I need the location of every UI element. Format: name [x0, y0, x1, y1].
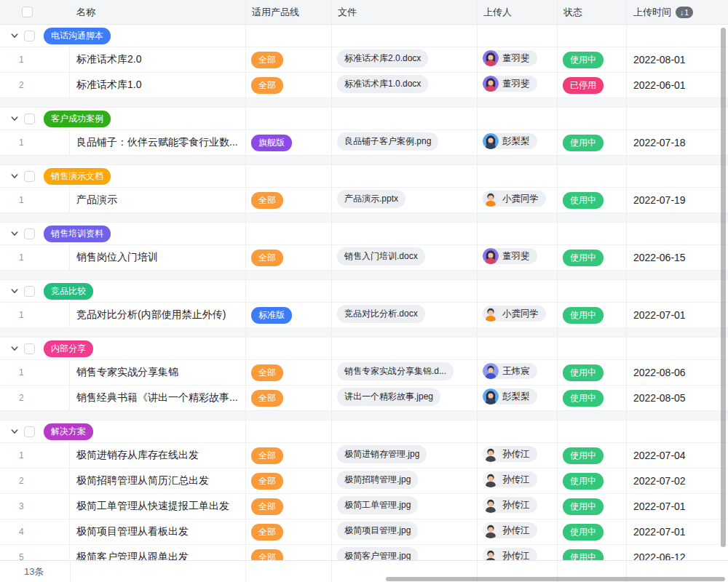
- upload-time-cell[interactable]: 2022-08-01: [626, 54, 728, 65]
- file-attachment[interactable]: 销售入门培训.docx: [337, 247, 425, 266]
- upload-time-cell[interactable]: 2022-07-02: [626, 475, 728, 487]
- file-cell[interactable]: 良品铺子客户案例.png: [331, 132, 477, 154]
- name-cell[interactable]: 极简招聘管理从简历汇总出发: [70, 474, 245, 487]
- product-line-cell[interactable]: 全部: [245, 390, 331, 407]
- group-checkbox[interactable]: [24, 113, 35, 124]
- chevron-down-icon[interactable]: [9, 229, 19, 239]
- upload-time-cell[interactable]: 2022-07-01: [626, 526, 728, 538]
- chevron-down-icon[interactable]: [9, 344, 19, 354]
- column-header-uploader[interactable]: 上传人: [477, 6, 557, 19]
- horizontal-scrollbar[interactable]: [386, 577, 725, 581]
- uploader-cell[interactable]: 董羽斐: [477, 50, 557, 69]
- uploader-tag[interactable]: 彭梨梨: [483, 133, 537, 149]
- column-header-time[interactable]: 上传时间↓1: [626, 6, 728, 19]
- file-attachment[interactable]: 极简进销存管理.jpg: [337, 445, 427, 463]
- file-attachment[interactable]: 极简招聘管理.jpg: [337, 471, 418, 489]
- upload-time-cell[interactable]: 2022-08-06: [626, 367, 728, 378]
- file-attachment[interactable]: 标准话术库1.0.docx: [337, 75, 428, 93]
- file-attachment[interactable]: 销售专家实战分享集锦.d...: [337, 362, 454, 380]
- chevron-down-icon[interactable]: [9, 172, 19, 181]
- name-cell[interactable]: 极简项目管理从看板出发: [70, 525, 245, 538]
- uploader-tag[interactable]: 孙传江: [483, 471, 537, 487]
- uploader-tag[interactable]: 孙传江: [483, 497, 537, 513]
- name-cell[interactable]: 标准话术库2.0: [70, 53, 245, 66]
- uploader-cell[interactable]: 董羽斐: [477, 248, 557, 267]
- uploader-cell[interactable]: 孙传江: [477, 497, 557, 516]
- upload-time-cell[interactable]: 2022-08-05: [626, 392, 728, 404]
- uploader-cell[interactable]: 孙传江: [477, 522, 557, 541]
- file-attachment[interactable]: 讲出一个精彩故事.jpeg: [337, 388, 440, 406]
- uploader-tag[interactable]: 董羽斐: [483, 50, 537, 66]
- chevron-down-icon[interactable]: [9, 287, 19, 296]
- uploader-cell[interactable]: 董羽斐: [477, 76, 557, 95]
- column-header-status[interactable]: 状态: [557, 6, 626, 19]
- file-attachment[interactable]: 竞品对比分析.docx: [337, 305, 425, 323]
- status-cell[interactable]: 使用中: [557, 307, 626, 324]
- product-line-cell[interactable]: 全部: [245, 364, 331, 381]
- chevron-down-icon[interactable]: [9, 114, 19, 124]
- group-checkbox[interactable]: [24, 426, 35, 437]
- uploader-tag[interactable]: 孙传江: [483, 522, 537, 538]
- uploader-tag[interactable]: 彭梨梨: [483, 388, 537, 404]
- upload-time-cell[interactable]: 2022-06-01: [626, 79, 728, 91]
- status-cell[interactable]: 使用中: [557, 473, 626, 490]
- uploader-tag[interactable]: 小龚同学: [483, 306, 546, 322]
- product-line-cell[interactable]: 全部: [245, 447, 331, 464]
- upload-time-cell[interactable]: 2022-06-15: [626, 252, 728, 263]
- status-cell[interactable]: 使用中: [557, 52, 626, 68]
- name-cell[interactable]: 良品铺子：伙伴云赋能零食行业数...: [70, 136, 245, 149]
- file-attachment[interactable]: 极简工单管理.jpg: [337, 496, 418, 514]
- group-checkbox[interactable]: [24, 286, 35, 297]
- file-cell[interactable]: 极简进销存管理.jpg: [331, 445, 477, 466]
- product-line-cell[interactable]: 全部: [245, 192, 331, 209]
- file-attachment[interactable]: 标准话术库2.0.docx: [337, 49, 428, 68]
- name-cell[interactable]: 竞品对比分析(内部使用禁止外传): [70, 308, 245, 322]
- name-cell[interactable]: 标准话术库1.0: [70, 79, 245, 92]
- uploader-cell[interactable]: 小龚同学: [477, 191, 557, 210]
- select-all-checkbox[interactable]: [22, 7, 33, 17]
- group-checkbox[interactable]: [24, 171, 35, 182]
- product-line-cell[interactable]: 标准版: [245, 307, 331, 324]
- status-cell[interactable]: 使用中: [557, 498, 626, 515]
- name-cell[interactable]: 销售专家实战分享集锦: [70, 366, 245, 379]
- upload-time-cell[interactable]: 2022-07-01: [626, 309, 728, 321]
- name-cell[interactable]: 极简进销存从库存在线出发: [70, 449, 245, 462]
- uploader-tag[interactable]: 小龚同学: [483, 191, 546, 207]
- upload-time-cell[interactable]: 2022-07-18: [626, 137, 728, 148]
- uploader-tag[interactable]: 王炜宸: [483, 363, 537, 379]
- status-cell[interactable]: 已停用: [557, 77, 626, 94]
- column-header-file[interactable]: 文件: [331, 6, 477, 19]
- status-cell[interactable]: 使用中: [557, 524, 626, 541]
- product-line-cell[interactable]: 旗舰版: [245, 135, 331, 151]
- file-cell[interactable]: 标准话术库2.0.docx: [331, 49, 477, 71]
- product-line-cell[interactable]: 全部: [245, 52, 331, 68]
- name-cell[interactable]: 产品演示: [70, 194, 245, 207]
- uploader-cell[interactable]: 王炜宸: [477, 363, 557, 382]
- upload-time-cell[interactable]: 2022-07-19: [626, 194, 728, 206]
- product-line-cell[interactable]: 全部: [245, 250, 331, 266]
- file-cell[interactable]: 销售入门培训.docx: [331, 247, 477, 268]
- uploader-cell[interactable]: 彭梨梨: [477, 388, 557, 407]
- uploader-tag[interactable]: 董羽斐: [483, 248, 537, 264]
- column-header-product[interactable]: 适用产品线: [245, 6, 331, 19]
- chevron-down-icon[interactable]: [9, 427, 19, 436]
- uploader-cell[interactable]: 孙传江: [477, 471, 557, 490]
- uploader-cell[interactable]: 小龚同学: [477, 306, 557, 324]
- file-cell[interactable]: 竞品对比分析.docx: [331, 305, 477, 326]
- name-cell[interactable]: 销售岗位入门培训: [70, 251, 245, 264]
- status-cell[interactable]: 使用中: [557, 447, 626, 464]
- chevron-down-icon[interactable]: [9, 31, 19, 41]
- column-header-name[interactable]: 名称: [70, 6, 245, 19]
- file-cell[interactable]: 产品演示.pptx: [331, 190, 477, 211]
- product-line-cell[interactable]: 全部: [245, 77, 331, 94]
- status-cell[interactable]: 使用中: [557, 250, 626, 266]
- product-line-cell[interactable]: 全部: [245, 473, 331, 490]
- file-cell[interactable]: 极简工单管理.jpg: [331, 496, 477, 517]
- upload-time-cell[interactable]: 2022-07-04: [626, 450, 728, 461]
- name-cell[interactable]: 销售经典书籍《讲出一个精彩故事...: [70, 391, 245, 404]
- status-cell[interactable]: 使用中: [557, 390, 626, 407]
- group-checkbox[interactable]: [24, 31, 35, 41]
- file-cell[interactable]: 销售专家实战分享集锦.d...: [331, 362, 477, 383]
- name-cell[interactable]: 极简工单管理从快速提报工单出发: [70, 500, 245, 513]
- file-cell[interactable]: 极简招聘管理.jpg: [331, 471, 477, 492]
